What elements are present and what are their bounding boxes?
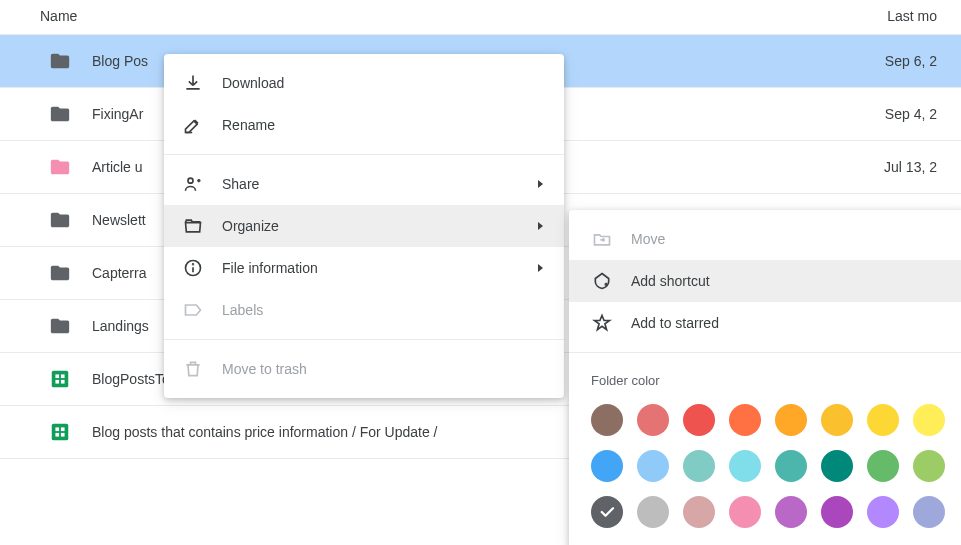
menu-label: Move to trash — [222, 361, 546, 377]
organize-submenu: Move Add shortcut Add to starred Folder … — [569, 210, 961, 545]
file-date: Sep 6, 2 — [885, 53, 937, 69]
folder-color-heading: Folder color — [569, 361, 961, 404]
svg-rect-9 — [61, 433, 65, 437]
color-swatch[interactable] — [821, 496, 853, 528]
color-swatch[interactable] — [637, 450, 669, 482]
svg-rect-8 — [55, 433, 59, 437]
color-swatch[interactable] — [591, 496, 623, 528]
download-icon — [182, 72, 204, 94]
file-date: Sep 4, 2 — [885, 106, 937, 122]
svg-rect-6 — [55, 427, 59, 431]
color-swatch[interactable] — [683, 496, 715, 528]
menu-label: Organize — [222, 218, 536, 234]
menu-label: Move — [631, 231, 947, 247]
organize-icon — [182, 215, 204, 237]
color-swatch[interactable] — [591, 404, 623, 436]
color-swatch[interactable] — [867, 404, 899, 436]
folder-icon — [48, 49, 72, 73]
submenu-add-shortcut[interactable]: Add shortcut — [569, 260, 961, 302]
svg-rect-4 — [61, 380, 65, 384]
folder-icon — [48, 155, 72, 179]
color-swatch[interactable] — [775, 404, 807, 436]
shortcut-icon — [591, 270, 613, 292]
folder-icon — [48, 102, 72, 126]
move-icon — [591, 228, 613, 250]
share-icon — [182, 173, 204, 195]
color-swatch[interactable] — [729, 450, 761, 482]
table-header: Name Last mo — [0, 0, 961, 35]
star-icon — [591, 312, 613, 334]
color-swatch[interactable] — [637, 404, 669, 436]
menu-label: Download — [222, 75, 546, 91]
menu-share[interactable]: Share — [164, 163, 564, 205]
divider — [569, 352, 961, 353]
sheet-icon — [48, 420, 72, 444]
color-swatch[interactable] — [683, 404, 715, 436]
submenu-move: Move — [569, 218, 961, 260]
menu-label: Rename — [222, 117, 546, 133]
menu-rename[interactable]: Rename — [164, 104, 564, 146]
color-swatch[interactable] — [913, 404, 945, 436]
folder-icon — [48, 314, 72, 338]
svg-rect-7 — [61, 427, 65, 431]
chevron-right-icon — [536, 221, 546, 231]
column-header-name[interactable]: Name — [40, 8, 887, 24]
color-swatch[interactable] — [867, 450, 899, 482]
color-swatch[interactable] — [637, 496, 669, 528]
menu-labels: Labels — [164, 289, 564, 331]
svg-rect-2 — [61, 374, 65, 378]
color-swatch[interactable] — [821, 404, 853, 436]
divider — [164, 154, 564, 155]
divider — [164, 339, 564, 340]
color-swatch[interactable] — [591, 450, 623, 482]
svg-rect-1 — [55, 374, 59, 378]
trash-icon — [182, 358, 204, 380]
rename-icon — [182, 114, 204, 136]
folder-icon — [48, 261, 72, 285]
color-swatch[interactable] — [913, 450, 945, 482]
svg-point-13 — [193, 264, 194, 265]
menu-label: Add to starred — [631, 315, 947, 331]
menu-download[interactable]: Download — [164, 62, 564, 104]
svg-rect-5 — [52, 424, 69, 441]
svg-point-10 — [188, 178, 193, 183]
color-swatch[interactable] — [821, 450, 853, 482]
color-swatch[interactable] — [775, 496, 807, 528]
menu-label: Share — [222, 176, 536, 192]
color-swatch[interactable] — [729, 404, 761, 436]
menu-label: Labels — [222, 302, 546, 318]
color-swatch[interactable] — [775, 450, 807, 482]
submenu-add-to-starred[interactable]: Add to starred — [569, 302, 961, 344]
menu-organize[interactable]: Organize — [164, 205, 564, 247]
folder-icon — [48, 208, 72, 232]
svg-rect-0 — [52, 371, 69, 388]
label-icon — [182, 299, 204, 321]
chevron-right-icon — [536, 263, 546, 273]
color-swatch[interactable] — [729, 496, 761, 528]
file-date: Jul 13, 2 — [884, 159, 937, 175]
color-swatch[interactable] — [913, 496, 945, 528]
color-swatch[interactable] — [683, 450, 715, 482]
chevron-right-icon — [536, 179, 546, 189]
menu-move-to-trash: Move to trash — [164, 348, 564, 390]
sheet-icon — [48, 367, 72, 391]
menu-label: File information — [222, 260, 536, 276]
context-menu: Download Rename Share Organize File info… — [164, 54, 564, 398]
column-header-modified[interactable]: Last mo — [887, 8, 937, 24]
svg-rect-3 — [55, 380, 59, 384]
menu-label: Add shortcut — [631, 273, 947, 289]
menu-file-information[interactable]: File information — [164, 247, 564, 289]
info-icon — [182, 257, 204, 279]
color-swatch[interactable] — [867, 496, 899, 528]
color-grid — [569, 404, 961, 528]
